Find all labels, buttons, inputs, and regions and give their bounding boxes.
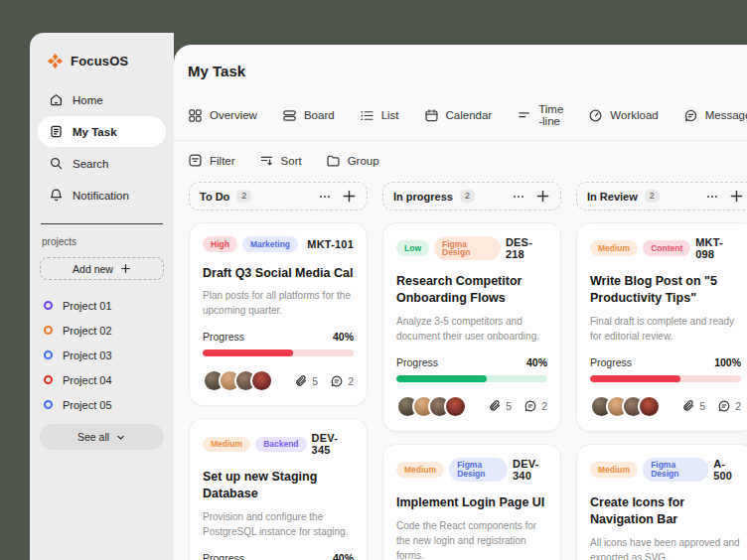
- task-card[interactable]: High Marketing MKT-101 Draft Q3 Social M…: [189, 222, 368, 406]
- task-description: All icons have been approved and exporte…: [590, 535, 741, 560]
- category-tag: Figma Design: [449, 458, 508, 482]
- task-card[interactable]: Medium Backend DEV-345 Set up new Stagin…: [189, 418, 368, 560]
- attachments-stat[interactable]: 5: [681, 399, 705, 413]
- task-title: Write Blog Post on "5 Productivity Tips": [590, 273, 741, 307]
- task-id: MKT-098: [695, 236, 741, 260]
- sidebar-item-notification[interactable]: Notification: [38, 180, 166, 210]
- progress-percent: 40%: [526, 356, 547, 368]
- tab-label: Message: [705, 109, 747, 121]
- tab-list[interactable]: List: [360, 108, 399, 123]
- calendar-icon: [424, 108, 439, 123]
- tab-workload[interactable]: Workload: [588, 108, 658, 123]
- tool-label: Sort: [281, 155, 302, 167]
- sidebar: FocusOS Home My Task Search Notification…: [30, 33, 174, 560]
- task-title: Draft Q3 Social Media Calend..: [203, 265, 354, 282]
- comments-stat[interactable]: 2: [523, 399, 547, 413]
- progress-percent: 40%: [333, 552, 354, 560]
- board-toolbar: Filter Sort Group: [174, 141, 747, 168]
- app-name: FocusOS: [71, 54, 128, 69]
- plus-icon: [120, 263, 131, 274]
- progress-bar-fill: [396, 375, 487, 382]
- column-name: In progress: [393, 191, 453, 203]
- project-color-ring: [44, 350, 53, 359]
- task-id: DEV-345: [312, 432, 354, 456]
- sidebar-item-my-task[interactable]: My Task: [38, 116, 166, 147]
- task-title: Set up new Staging Database: [203, 469, 354, 502]
- project-label: Project 02: [63, 325, 112, 337]
- column-header: In progress 2: [382, 182, 561, 210]
- add-new-project-button[interactable]: Add new: [40, 257, 164, 280]
- tab-label: Overview: [210, 109, 257, 121]
- column-add-button[interactable]: [342, 189, 357, 204]
- tab-timeline[interactable]: Time -line: [517, 103, 563, 127]
- sidebar-item-project-05[interactable]: Project 05: [38, 392, 166, 417]
- ellipsis-icon: [705, 190, 719, 204]
- project-label: Project 01: [63, 300, 112, 312]
- attachments-stat[interactable]: 5: [294, 374, 318, 388]
- focusos-logo-icon: [47, 53, 64, 70]
- task-card[interactable]: Low Figma Design DES-218 Research Compet…: [382, 222, 561, 432]
- kanban-board: To Do 2 High: [174, 168, 747, 560]
- tab-calendar[interactable]: Calendar: [424, 108, 493, 123]
- task-title: Create Icons for Navigation Bar: [590, 494, 741, 528]
- tab-label: List: [381, 109, 399, 121]
- task-description: Final draft is complete and ready for ed…: [590, 314, 741, 344]
- group-icon: [326, 153, 341, 168]
- task-card[interactable]: Medium Figma Design DEV-340 Implement Lo…: [382, 444, 561, 560]
- sidebar-item-project-02[interactable]: Project 02: [38, 318, 166, 343]
- attachments-count: 5: [506, 400, 512, 412]
- filter-icon: [188, 153, 203, 168]
- plus-icon: [342, 189, 357, 204]
- task-card[interactable]: Medium Figma Design A-500 Create Icons f…: [576, 444, 747, 560]
- tab-overview[interactable]: Overview: [188, 108, 257, 123]
- project-color-ring: [44, 400, 53, 409]
- timeline-icon: [517, 108, 531, 123]
- sort-button[interactable]: Sort: [259, 153, 302, 168]
- comment-icon: [523, 399, 537, 413]
- sidebar-item-project-03[interactable]: Project 03: [38, 343, 166, 367]
- sidebar-item-label: My Task: [73, 126, 117, 138]
- column-add-button[interactable]: [535, 189, 550, 204]
- sidebar-item-project-01[interactable]: Project 01: [38, 293, 166, 318]
- tab-board[interactable]: Board: [282, 108, 335, 123]
- column-in-review: In Review 2 Me: [576, 182, 747, 560]
- task-description: Code the React components for the new lo…: [396, 518, 547, 560]
- comments-stat[interactable]: 2: [717, 399, 741, 413]
- sort-icon: [259, 153, 274, 168]
- task-description: Provision and configure the PostgreSQL i…: [203, 509, 354, 539]
- tab-message[interactable]: Message: [683, 108, 747, 123]
- progress-label: Progress: [590, 356, 632, 368]
- comments-stat[interactable]: 2: [330, 374, 354, 388]
- progress-bar-fill: [590, 375, 680, 382]
- avatar: [444, 395, 467, 418]
- progress-percent: 100%: [714, 356, 741, 368]
- attachments-count: 5: [699, 400, 705, 412]
- column-more-button[interactable]: [705, 190, 719, 204]
- sidebar-item-project-04[interactable]: Project 04: [38, 367, 166, 392]
- list-icon: [360, 108, 374, 123]
- message-icon: [683, 108, 698, 123]
- column-more-button[interactable]: [318, 190, 332, 204]
- attachments-stat[interactable]: 5: [488, 399, 512, 413]
- project-label: Project 03: [63, 350, 112, 361]
- column-add-button[interactable]: [729, 189, 744, 204]
- comments-count: 2: [735, 400, 741, 412]
- task-title: Implement Login Page UI: [396, 494, 547, 511]
- task-card[interactable]: Medium Content MKT-098 Write Blog Post o…: [576, 222, 747, 432]
- category-tag: Marketing: [242, 236, 298, 252]
- sidebar-item-search[interactable]: Search: [38, 148, 166, 179]
- tab-label: Calendar: [446, 109, 493, 121]
- comment-icon: [330, 374, 344, 388]
- task-id: DES-218: [506, 236, 547, 260]
- progress-bar: [203, 350, 354, 356]
- project-label: Project 05: [63, 399, 112, 411]
- priority-tag: Medium: [203, 437, 250, 453]
- tab-label: Workload: [610, 109, 658, 121]
- sidebar-item-home[interactable]: Home: [38, 84, 166, 115]
- priority-tag: High: [203, 236, 237, 252]
- column-header: To Do 2: [189, 182, 368, 210]
- column-more-button[interactable]: [512, 190, 525, 204]
- filter-button[interactable]: Filter: [188, 153, 235, 168]
- group-button[interactable]: Group: [326, 153, 379, 168]
- see-all-button[interactable]: See all: [40, 424, 164, 450]
